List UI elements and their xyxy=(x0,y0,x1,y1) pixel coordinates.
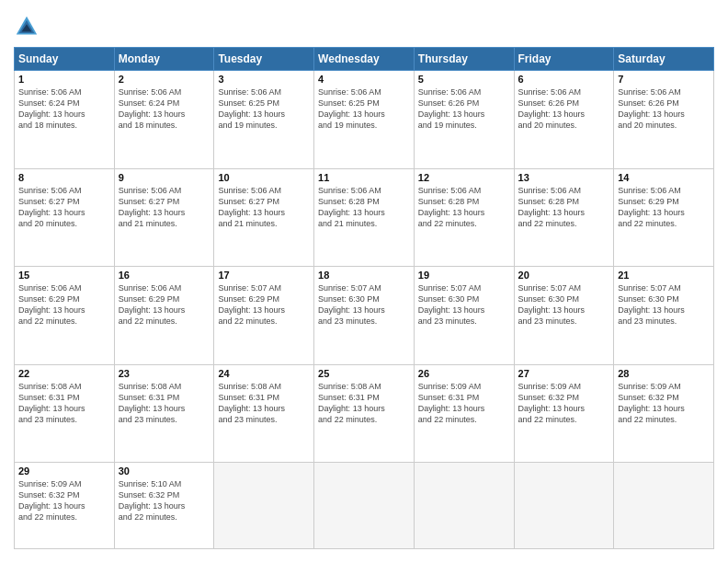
day-info: Sunrise: 5:09 AM Sunset: 6:32 PM Dayligh… xyxy=(18,478,110,523)
calendar-day: 25Sunrise: 5:08 AM Sunset: 6:31 PM Dayli… xyxy=(314,364,415,463)
day-info: Sunrise: 5:06 AM Sunset: 6:29 PM Dayligh… xyxy=(119,282,210,327)
calendar-week: 15Sunrise: 5:06 AM Sunset: 6:29 PM Dayli… xyxy=(15,267,714,365)
dow-header: Wednesday xyxy=(314,48,415,71)
calendar-day: 17Sunrise: 5:07 AM Sunset: 6:29 PM Dayli… xyxy=(214,267,314,365)
day-number: 15 xyxy=(18,270,110,281)
day-info: Sunrise: 5:08 AM Sunset: 6:31 PM Dayligh… xyxy=(18,381,110,426)
calendar-day: 15Sunrise: 5:06 AM Sunset: 6:29 PM Dayli… xyxy=(15,267,115,365)
calendar-day xyxy=(314,463,415,549)
logo-icon xyxy=(14,14,40,40)
calendar-day: 3Sunrise: 5:06 AM Sunset: 6:25 PM Daylig… xyxy=(214,71,314,169)
calendar-day: 11Sunrise: 5:06 AM Sunset: 6:28 PM Dayli… xyxy=(314,168,415,267)
day-number: 28 xyxy=(618,368,710,379)
calendar-day: 28Sunrise: 5:09 AM Sunset: 6:32 PM Dayli… xyxy=(614,364,714,463)
day-info: Sunrise: 5:09 AM Sunset: 6:32 PM Dayligh… xyxy=(618,381,710,426)
page: SundayMondayTuesdayWednesdayThursdayFrid… xyxy=(0,0,728,563)
day-number: 30 xyxy=(119,465,210,477)
day-number: 17 xyxy=(218,270,310,281)
day-number: 26 xyxy=(418,368,510,379)
calendar-day: 27Sunrise: 5:09 AM Sunset: 6:32 PM Dayli… xyxy=(514,364,614,463)
calendar-day: 29Sunrise: 5:09 AM Sunset: 6:32 PM Dayli… xyxy=(15,463,115,549)
calendar-day: 13Sunrise: 5:06 AM Sunset: 6:28 PM Dayli… xyxy=(514,168,614,267)
calendar-week: 22Sunrise: 5:08 AM Sunset: 6:31 PM Dayli… xyxy=(15,364,714,463)
day-number: 20 xyxy=(518,270,610,281)
day-number: 4 xyxy=(318,74,410,85)
calendar-day: 24Sunrise: 5:08 AM Sunset: 6:31 PM Dayli… xyxy=(214,364,314,463)
day-info: Sunrise: 5:06 AM Sunset: 6:27 PM Dayligh… xyxy=(119,185,210,230)
day-number: 10 xyxy=(218,172,310,183)
day-number: 6 xyxy=(518,74,610,85)
day-info: Sunrise: 5:07 AM Sunset: 6:30 PM Dayligh… xyxy=(518,282,610,327)
day-info: Sunrise: 5:09 AM Sunset: 6:31 PM Dayligh… xyxy=(418,381,510,426)
day-info: Sunrise: 5:06 AM Sunset: 6:24 PM Dayligh… xyxy=(18,86,110,132)
calendar-day: 19Sunrise: 5:07 AM Sunset: 6:30 PM Dayli… xyxy=(414,267,514,365)
dow-header: Sunday xyxy=(15,48,115,71)
day-info: Sunrise: 5:06 AM Sunset: 6:28 PM Dayligh… xyxy=(418,185,510,230)
calendar-day: 16Sunrise: 5:06 AM Sunset: 6:29 PM Dayli… xyxy=(114,267,214,365)
calendar-day: 6Sunrise: 5:06 AM Sunset: 6:26 PM Daylig… xyxy=(514,71,614,169)
calendar-day xyxy=(614,463,714,549)
day-number: 18 xyxy=(318,270,410,281)
day-info: Sunrise: 5:06 AM Sunset: 6:28 PM Dayligh… xyxy=(318,185,410,230)
calendar-day: 30Sunrise: 5:10 AM Sunset: 6:32 PM Dayli… xyxy=(114,463,214,549)
dow-header: Friday xyxy=(514,48,614,71)
day-number: 13 xyxy=(518,172,610,183)
day-info: Sunrise: 5:06 AM Sunset: 6:26 PM Dayligh… xyxy=(518,86,610,132)
calendar-day: 8Sunrise: 5:06 AM Sunset: 6:27 PM Daylig… xyxy=(15,168,115,267)
dow-header: Monday xyxy=(114,48,214,71)
calendar-day: 21Sunrise: 5:07 AM Sunset: 6:30 PM Dayli… xyxy=(614,267,714,365)
day-info: Sunrise: 5:06 AM Sunset: 6:25 PM Dayligh… xyxy=(318,86,410,132)
day-info: Sunrise: 5:08 AM Sunset: 6:31 PM Dayligh… xyxy=(318,381,410,426)
day-number: 22 xyxy=(18,368,110,379)
day-info: Sunrise: 5:07 AM Sunset: 6:29 PM Dayligh… xyxy=(218,282,310,327)
calendar-week: 1Sunrise: 5:06 AM Sunset: 6:24 PM Daylig… xyxy=(15,71,714,169)
calendar-day: 12Sunrise: 5:06 AM Sunset: 6:28 PM Dayli… xyxy=(414,168,514,267)
days-of-week-row: SundayMondayTuesdayWednesdayThursdayFrid… xyxy=(15,48,714,71)
calendar-day: 7Sunrise: 5:06 AM Sunset: 6:26 PM Daylig… xyxy=(614,71,714,169)
calendar-day: 2Sunrise: 5:06 AM Sunset: 6:24 PM Daylig… xyxy=(114,71,214,169)
day-info: Sunrise: 5:09 AM Sunset: 6:32 PM Dayligh… xyxy=(518,381,610,426)
calendar-day: 1Sunrise: 5:06 AM Sunset: 6:24 PM Daylig… xyxy=(15,71,115,169)
day-number: 12 xyxy=(418,172,510,183)
calendar-week: 8Sunrise: 5:06 AM Sunset: 6:27 PM Daylig… xyxy=(15,168,714,267)
day-number: 19 xyxy=(418,270,510,281)
day-info: Sunrise: 5:06 AM Sunset: 6:27 PM Dayligh… xyxy=(218,185,310,230)
day-number: 25 xyxy=(318,368,410,379)
day-info: Sunrise: 5:06 AM Sunset: 6:29 PM Dayligh… xyxy=(618,185,710,230)
day-number: 21 xyxy=(618,270,710,281)
day-info: Sunrise: 5:06 AM Sunset: 6:26 PM Dayligh… xyxy=(418,86,510,132)
day-number: 16 xyxy=(119,270,210,281)
calendar-day: 5Sunrise: 5:06 AM Sunset: 6:26 PM Daylig… xyxy=(414,71,514,169)
calendar-day xyxy=(414,463,514,549)
day-info: Sunrise: 5:06 AM Sunset: 6:29 PM Dayligh… xyxy=(18,282,110,327)
calendar-day: 10Sunrise: 5:06 AM Sunset: 6:27 PM Dayli… xyxy=(214,168,314,267)
day-number: 23 xyxy=(119,368,210,379)
day-number: 14 xyxy=(618,172,710,183)
day-info: Sunrise: 5:06 AM Sunset: 6:26 PM Dayligh… xyxy=(618,86,710,132)
dow-header: Tuesday xyxy=(214,48,314,71)
day-number: 7 xyxy=(618,74,710,85)
day-number: 8 xyxy=(18,172,110,183)
header xyxy=(14,14,714,40)
dow-header: Thursday xyxy=(414,48,514,71)
day-info: Sunrise: 5:07 AM Sunset: 6:30 PM Dayligh… xyxy=(318,282,410,327)
day-info: Sunrise: 5:06 AM Sunset: 6:27 PM Dayligh… xyxy=(18,185,110,230)
day-info: Sunrise: 5:06 AM Sunset: 6:24 PM Dayligh… xyxy=(119,86,210,132)
day-number: 27 xyxy=(518,368,610,379)
day-info: Sunrise: 5:06 AM Sunset: 6:25 PM Dayligh… xyxy=(218,86,310,132)
day-number: 29 xyxy=(18,465,110,477)
day-number: 1 xyxy=(18,74,110,85)
calendar-day: 23Sunrise: 5:08 AM Sunset: 6:31 PM Dayli… xyxy=(114,364,214,463)
day-info: Sunrise: 5:08 AM Sunset: 6:31 PM Dayligh… xyxy=(218,381,310,426)
dow-header: Saturday xyxy=(614,48,714,71)
calendar-day: 20Sunrise: 5:07 AM Sunset: 6:30 PM Dayli… xyxy=(514,267,614,365)
calendar-day xyxy=(214,463,314,549)
day-info: Sunrise: 5:07 AM Sunset: 6:30 PM Dayligh… xyxy=(618,282,710,327)
calendar-day: 18Sunrise: 5:07 AM Sunset: 6:30 PM Dayli… xyxy=(314,267,415,365)
calendar-day: 22Sunrise: 5:08 AM Sunset: 6:31 PM Dayli… xyxy=(15,364,115,463)
day-number: 3 xyxy=(218,74,310,85)
calendar-day: 4Sunrise: 5:06 AM Sunset: 6:25 PM Daylig… xyxy=(314,71,415,169)
calendar-day: 9Sunrise: 5:06 AM Sunset: 6:27 PM Daylig… xyxy=(114,168,214,267)
calendar-day: 26Sunrise: 5:09 AM Sunset: 6:31 PM Dayli… xyxy=(414,364,514,463)
day-number: 9 xyxy=(119,172,210,183)
